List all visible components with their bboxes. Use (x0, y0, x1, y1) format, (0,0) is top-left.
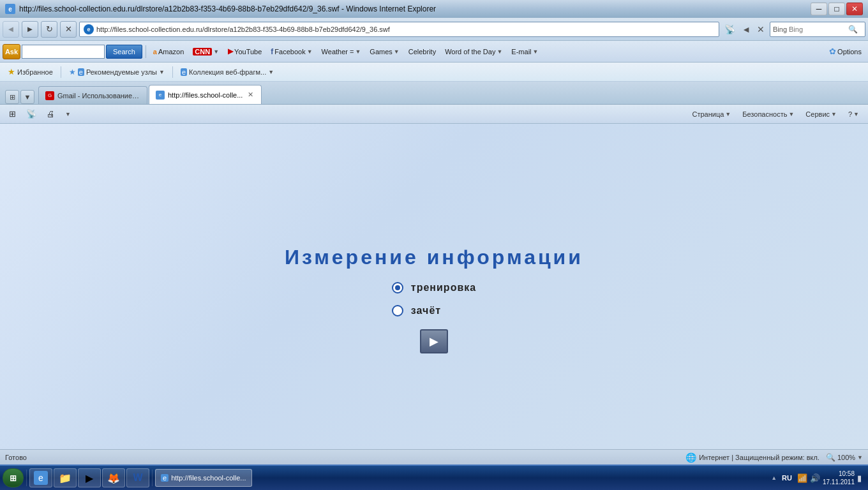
email-arrow: ▼ (533, 48, 539, 55)
radio-training-outer (392, 282, 403, 293)
taskbar-media-button[interactable]: ▶ (78, 468, 101, 487)
amazon-logo: a (153, 48, 157, 56)
tray-clock[interactable]: 10:58 17.11.2011 (823, 470, 855, 486)
recommended-icon: ★ (69, 68, 76, 77)
zoom-icon: 🔍 (826, 453, 835, 462)
tab-school[interactable]: e http://files.school-colle... ✕ (149, 85, 262, 104)
ie-icon: e (5, 4, 15, 14)
facebook-button[interactable]: f Facebook ▼ (267, 45, 316, 59)
tab-gmail[interactable]: G Gmail - Использование З... (38, 86, 147, 104)
ie-fav-icon: e (78, 68, 84, 76)
search-box[interactable]: Bing 🔍 (770, 22, 865, 37)
security-button[interactable]: Безопасность ▼ (738, 107, 798, 121)
facebook-logo: f (271, 47, 273, 56)
recommended-arrow: ▼ (159, 69, 165, 75)
wordofday-button[interactable]: Word of the Day ▼ (441, 45, 506, 59)
gmail-favicon: G (45, 91, 54, 100)
rss-button[interactable]: 📡 (722, 22, 738, 37)
title-bar-left: e http://files.school-collection.edu.ru/… (5, 4, 436, 14)
back-page-button[interactable]: ◄ (739, 22, 753, 37)
amazon-button[interactable]: a Amazon (149, 45, 188, 59)
tray-time-text: 10:58 (839, 470, 855, 478)
service-label: Сервис (805, 110, 830, 118)
toolbar-sep-1 (146, 45, 146, 58)
search-input[interactable] (789, 26, 846, 33)
radio-training-inner (395, 285, 400, 290)
toolbar: Ask Search a Amazon CNN ▼ ▶ YouTube f Fa… (0, 41, 868, 63)
back-button[interactable]: ◄ (3, 21, 19, 38)
recommended-label: Рекомендуемые узлы (86, 68, 157, 76)
print-arrow-button[interactable]: ▼ (61, 107, 75, 121)
stop-x-button[interactable]: ✕ (754, 22, 767, 37)
print-button[interactable]: 🖨 (43, 107, 59, 121)
taskbar-explorer-button[interactable]: 📁 (54, 468, 77, 487)
toolbar-search-input[interactable] (22, 45, 105, 59)
games-label: Games (370, 48, 392, 56)
page-settings-button[interactable]: ⊞ (5, 107, 20, 121)
taskbar-ie-button[interactable]: e (29, 468, 52, 487)
favorites-item[interactable]: ★ Избранное (5, 66, 56, 78)
option-exam-label: зачёт (411, 305, 441, 316)
tray-lang: RU (779, 474, 795, 482)
address-field[interactable]: e http://files.school-collection.edu.ru/… (79, 22, 719, 37)
play-button[interactable]: ▶ (420, 329, 448, 353)
taskbar-sep-2 (152, 470, 153, 486)
print-icon: 🖨 (47, 109, 55, 119)
taskbar-word-button[interactable]: W (126, 468, 149, 487)
tab-school-label: http://files.school-colle... (168, 91, 243, 99)
minimize-button[interactable]: ─ (811, 3, 827, 15)
taskbar-active-task[interactable]: e http://files.school-colle... (155, 469, 252, 487)
toolbar-right: ✿ Options (825, 45, 865, 59)
page-button[interactable]: Страница ▼ (688, 107, 735, 121)
start-button[interactable]: ⊞ (3, 468, 24, 487)
tray-expand-icon[interactable]: ▲ (771, 475, 777, 481)
toolbar-search-button[interactable]: Search (106, 45, 142, 59)
email-button[interactable]: E-mail ▼ (507, 45, 542, 59)
celebrity-label: Celebrity (408, 48, 436, 56)
stop-button[interactable]: ✕ (60, 21, 77, 38)
zone-text: Интернет | Защищенный режим: вкл. (699, 454, 819, 461)
taskbar: ⊞ e 📁 ▶ 🦊 W e http://files.school-colle.… (0, 464, 868, 490)
tab-list-button[interactable]: ▼ (20, 90, 34, 104)
wordofday-label: Word of the Day (445, 48, 495, 56)
celebrity-button[interactable]: Celebrity (405, 45, 440, 59)
amazon-label: Amazon (158, 48, 184, 56)
tab-bar: ⊞ ▼ G Gmail - Использование З... e http:… (0, 82, 868, 105)
ask-button[interactable]: Ask (3, 44, 20, 59)
service-button[interactable]: Сервис ▼ (802, 107, 841, 121)
zoom-control[interactable]: 🔍 100% ▼ (826, 453, 863, 462)
forward-button[interactable]: ► (22, 21, 38, 38)
youtube-logo: ▶ (228, 47, 233, 56)
option-training[interactable]: тренировка (392, 282, 476, 293)
option-training-label: тренировка (411, 282, 476, 293)
refresh-button[interactable]: ↻ (41, 21, 57, 38)
options-button[interactable]: ✿ Options (825, 45, 865, 59)
tray-show-desktop-icon[interactable]: ▮ (857, 473, 862, 483)
tab-close-button[interactable]: ✕ (246, 91, 255, 100)
zoom-arrow: ▼ (857, 454, 863, 461)
cnn-button[interactable]: CNN ▼ (189, 45, 223, 59)
zoom-text: 100% (837, 454, 855, 461)
taskbar-sep-1 (26, 470, 27, 486)
cnn-arrow: ▼ (213, 48, 219, 55)
maximize-button[interactable]: □ (828, 3, 845, 15)
search-go-button[interactable]: 🔍 (848, 25, 858, 34)
close-button[interactable]: ✕ (846, 3, 863, 15)
help-button[interactable]: ? ▼ (844, 107, 863, 121)
recommended-item[interactable]: ★ e Рекомендуемые узлы ▼ (66, 66, 167, 78)
rss-cmd-button[interactable]: 📡 (22, 107, 40, 121)
games-arrow: ▼ (394, 48, 400, 55)
weather-button[interactable]: Weather = ▼ (318, 45, 365, 59)
weather-label: Weather = (322, 48, 354, 56)
play-container: ▶ (0, 323, 868, 353)
youtube-button[interactable]: ▶ YouTube (224, 45, 266, 59)
games-button[interactable]: Games ▼ (366, 45, 403, 59)
tab-gmail-label: Gmail - Использование З... (57, 92, 140, 100)
collection-item[interactable]: e Коллекция веб-фрагм... ▼ (178, 67, 276, 77)
taskbar-firefox-button[interactable]: 🦊 (102, 468, 125, 487)
option-exam[interactable]: зачёт (392, 305, 441, 316)
options-container: тренировка зачёт (392, 282, 476, 316)
taskbar-ie-icon: e (34, 471, 48, 485)
task-ie-label: http://files.school-colle... (171, 474, 246, 482)
new-tab-button[interactable]: ⊞ (5, 90, 19, 104)
